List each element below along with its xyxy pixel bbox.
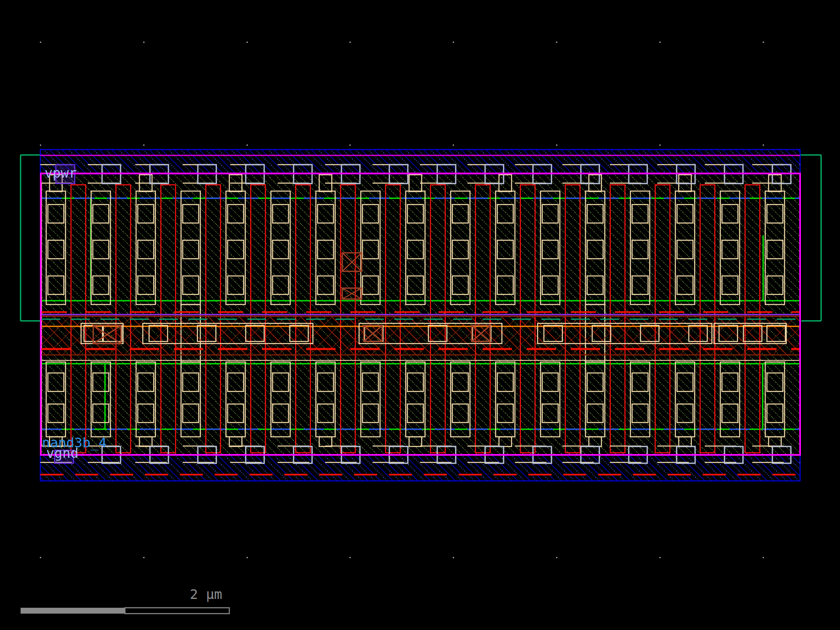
bottom-power-rail	[40, 455, 800, 481]
scale-bar-label: 2 µm	[190, 588, 222, 601]
top-power-rail	[40, 150, 800, 174]
vgnd-pin-label: vgnd	[46, 446, 79, 460]
scale-bar	[21, 608, 229, 614]
vpwr-pin-label: vpwr	[45, 166, 77, 180]
layout-viewer-window: vpwr nand3b_4 vgnd 2 µm	[0, 0, 840, 630]
layout-svg[interactable]	[0, 0, 840, 630]
layout-canvas[interactable]	[0, 0, 840, 630]
gate-contact-band	[42, 312, 800, 360]
